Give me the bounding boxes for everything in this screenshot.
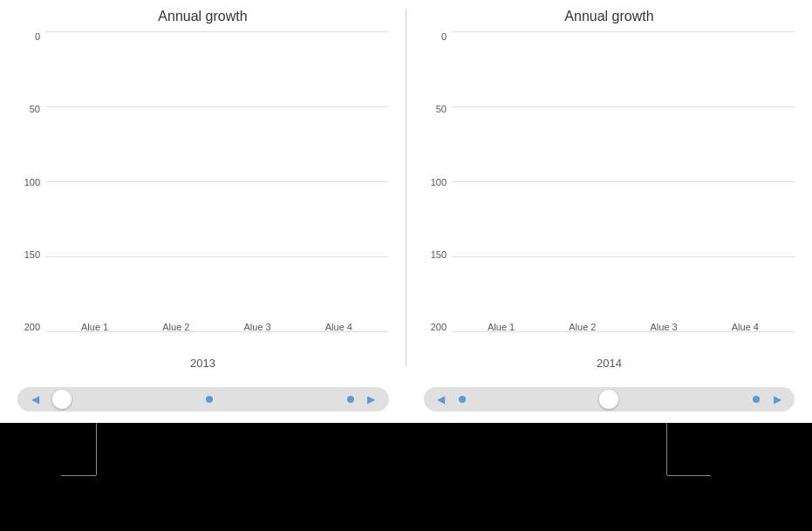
slider-1-inner bbox=[45, 390, 361, 409]
slider-1-dot-2 bbox=[347, 396, 354, 403]
annotation-line-v-left bbox=[96, 423, 97, 475]
chart-1-year: 2013 bbox=[190, 357, 215, 370]
slider-2: ◀ ▶ bbox=[406, 387, 813, 412]
bar-group: Alue 2 bbox=[135, 318, 216, 332]
bar-label: Alue 1 bbox=[81, 322, 108, 332]
bar-label: Alue 4 bbox=[732, 322, 759, 332]
slider-2-track[interactable]: ◀ ▶ bbox=[424, 387, 795, 412]
bottom-area bbox=[0, 423, 812, 531]
chart-2: Annual growth 200 150 100 50 0 Alue 1Alu… bbox=[406, 0, 812, 375]
chart-1-bars: Alue 1Alue 2Alue 3Alue 4 bbox=[45, 31, 388, 332]
slider-1-thumb[interactable] bbox=[52, 390, 72, 409]
chart-1-title: Annual growth bbox=[158, 9, 247, 24]
slider-1-left-btn[interactable]: ◀ bbox=[24, 389, 45, 410]
slider-2-dot-2 bbox=[753, 396, 760, 403]
bar-group: Alue 1 bbox=[461, 318, 542, 332]
chart-2-body: Alue 1Alue 2Alue 3Alue 4 bbox=[452, 31, 795, 353]
annotation-line-h-right bbox=[667, 475, 711, 476]
chart-2-y-axis: 200 150 100 50 0 bbox=[424, 31, 452, 353]
bar-label: Alue 3 bbox=[244, 322, 271, 332]
bar-label: Alue 2 bbox=[162, 322, 189, 332]
slider-2-inner bbox=[452, 390, 768, 409]
chart-2-year: 2014 bbox=[597, 357, 622, 370]
bar-group: Alue 1 bbox=[54, 318, 135, 332]
bar-label: Alue 2 bbox=[569, 322, 596, 332]
slider-1-right-btn[interactable]: ▶ bbox=[361, 389, 382, 410]
chart-1: Annual growth 200 150 100 50 0 Alue 1Alu… bbox=[0, 0, 406, 375]
bar-label: Alue 4 bbox=[325, 322, 352, 332]
bar-group: Alue 2 bbox=[542, 318, 623, 332]
slider-1: ◀ ▶ bbox=[0, 387, 406, 412]
slider-2-thumb[interactable] bbox=[599, 390, 618, 409]
slider-1-track[interactable]: ◀ ▶ bbox=[17, 387, 389, 412]
chart-2-title: Annual growth bbox=[564, 9, 653, 24]
bar-group: Alue 3 bbox=[624, 318, 705, 332]
annotation-line-v-right bbox=[666, 423, 667, 475]
sliders-area: ◀ ▶ ◀ ▶ bbox=[0, 375, 812, 423]
bar-group: Alue 4 bbox=[298, 318, 379, 332]
slider-2-right-btn[interactable]: ▶ bbox=[767, 389, 788, 410]
chart-2-bars: Alue 1Alue 2Alue 3Alue 4 bbox=[452, 31, 795, 332]
slider-2-dot-1 bbox=[459, 396, 466, 403]
slider-1-dot-1 bbox=[206, 396, 213, 403]
bar-group: Alue 4 bbox=[705, 318, 786, 332]
bar-label: Alue 1 bbox=[488, 322, 515, 332]
bar-group: Alue 3 bbox=[217, 318, 298, 332]
chart-1-body: Alue 1Alue 2Alue 3Alue 4 bbox=[45, 31, 388, 353]
chart-1-y-axis: 200 150 100 50 0 bbox=[17, 31, 45, 353]
bar-label: Alue 3 bbox=[651, 322, 678, 332]
slider-2-left-btn[interactable]: ◀ bbox=[431, 389, 452, 410]
annotation-line-h-left bbox=[61, 475, 96, 476]
